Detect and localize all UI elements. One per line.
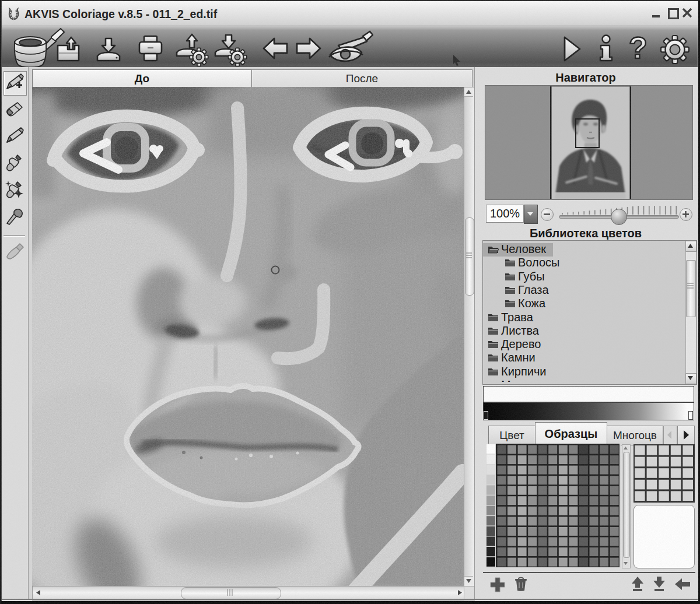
svg-text:?: ? — [629, 33, 648, 65]
